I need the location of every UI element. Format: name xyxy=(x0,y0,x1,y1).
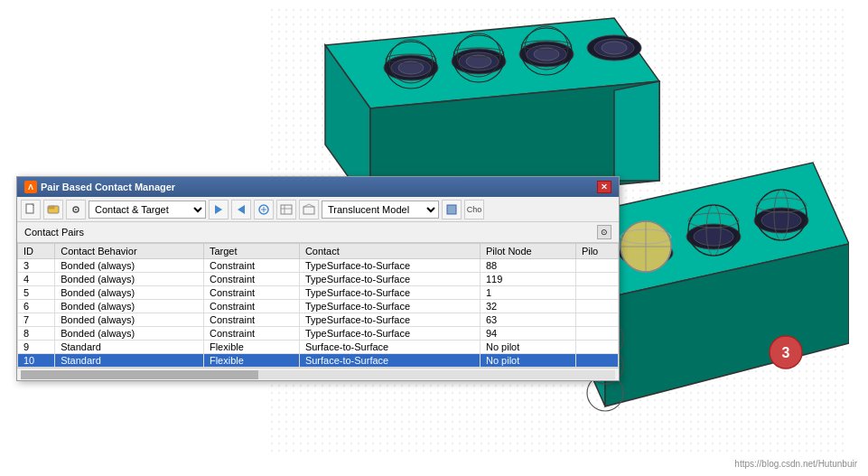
col-header-behavior[interactable]: Contact Behavior xyxy=(55,244,204,259)
svg-point-35 xyxy=(761,211,801,229)
table-cell-4: 32 xyxy=(480,300,575,313)
model-display-dropdown[interactable]: Translucent Model Wireframe Model Solid … xyxy=(322,201,439,219)
col-header-contact[interactable]: Contact xyxy=(299,244,480,259)
toolbar-btn-6[interactable] xyxy=(254,200,274,219)
table-cell-4: 94 xyxy=(480,327,575,341)
table-cell-3: TypeSurface-to-Surface xyxy=(299,327,480,341)
table-cell-4: 119 xyxy=(480,273,575,286)
table-cell-4: No pilot xyxy=(480,354,575,368)
svg-marker-59 xyxy=(238,205,245,214)
toolbar-btn-4[interactable] xyxy=(209,200,229,219)
table-cell-1: Standard xyxy=(55,354,204,368)
table-cell-5 xyxy=(575,313,618,327)
svg-marker-58 xyxy=(215,205,222,214)
svg-marker-5 xyxy=(614,81,659,181)
table-row[interactable]: 8Bonded (always)ConstraintTypeSurface-to… xyxy=(18,327,619,341)
col-header-target[interactable]: Target xyxy=(203,244,299,259)
scrollbar-track[interactable] xyxy=(21,370,615,379)
toolbar: Contact & Target Contact Only Target Onl… xyxy=(17,197,619,222)
table-cell-4: 88 xyxy=(480,259,575,273)
table-row[interactable]: 10StandardFlexibleSurface-to-SurfaceNo p… xyxy=(18,354,619,368)
table-cell-4: No pilot xyxy=(480,341,575,354)
contact-pairs-table-container[interactable]: ID Contact Behavior Target Contact Pilot… xyxy=(17,243,619,368)
svg-rect-69 xyxy=(447,205,456,214)
col-header-pilot[interactable]: Pilot Node xyxy=(480,244,575,259)
table-cell-2: Constraint xyxy=(203,286,299,300)
table-cell-1: Bonded (always) xyxy=(55,313,204,327)
toolbar-btn-3[interactable] xyxy=(66,200,86,219)
dialog-titlebar: Λ Pair Based Contact Manager ✕ xyxy=(17,177,619,197)
svg-point-33 xyxy=(694,228,733,246)
col-header-id[interactable]: ID xyxy=(18,244,55,259)
toolbar-btn-1[interactable] xyxy=(21,200,41,219)
table-cell-3: Surface-to-Surface xyxy=(299,341,480,354)
toolbar-btn-2[interactable] xyxy=(43,200,63,219)
table-row[interactable]: 7Bonded (always)ConstraintTypeSurface-to… xyxy=(18,313,619,327)
table-cell-0: 8 xyxy=(18,327,55,341)
horizontal-scrollbar[interactable] xyxy=(17,368,619,380)
table-cell-2: Flexible xyxy=(203,354,299,368)
table-cell-2: Constraint xyxy=(203,259,299,273)
table-cell-5 xyxy=(575,273,618,286)
table-cell-2: Constraint xyxy=(203,313,299,327)
toolbar-btn-9[interactable] xyxy=(442,200,462,219)
scrollbar-thumb[interactable] xyxy=(21,370,258,379)
dialog-window: Λ Pair Based Contact Manager ✕ Contact &… xyxy=(16,176,620,381)
table-cell-2: Constraint xyxy=(203,300,299,313)
table-row[interactable]: 5Bonded (always)ConstraintTypeSurface-to… xyxy=(18,286,619,300)
dialog-title-text: Pair Based Contact Manager xyxy=(41,182,175,192)
table-cell-1: Bonded (always) xyxy=(55,273,204,286)
table-cell-5 xyxy=(575,354,618,368)
table-cell-0: 3 xyxy=(18,259,55,273)
toolbar-btn-7[interactable] xyxy=(276,200,296,219)
watermark: https://blog.csdn.net/Hutunbuir xyxy=(734,459,857,469)
contact-pairs-table: ID Contact Behavior Target Contact Pilot… xyxy=(17,243,619,368)
toolbar-btn-10[interactable]: Cho xyxy=(464,200,484,219)
table-row[interactable]: 6Bonded (always)ConstraintTypeSurface-to… xyxy=(18,300,619,313)
collapse-button[interactable]: ⊙ xyxy=(597,225,611,239)
table-cell-3: TypeSurface-to-Surface xyxy=(299,286,480,300)
table-cell-5 xyxy=(575,300,618,313)
table-cell-0: 6 xyxy=(18,300,55,313)
table-cell-3: TypeSurface-to-Surface xyxy=(299,259,480,273)
table-cell-5 xyxy=(575,286,618,300)
table-cell-3: TypeSurface-to-Surface xyxy=(299,313,480,327)
toolbar-btn-5[interactable] xyxy=(231,200,251,219)
table-cell-0: 10 xyxy=(18,354,55,368)
table-cell-1: Bonded (always) xyxy=(55,259,204,273)
table-row[interactable]: 3Bonded (always)ConstraintTypeSurface-to… xyxy=(18,259,619,273)
svg-text:3: 3 xyxy=(782,345,790,360)
svg-rect-63 xyxy=(281,205,292,214)
table-cell-5 xyxy=(575,259,618,273)
table-cell-1: Bonded (always) xyxy=(55,327,204,341)
toolbar-btn-8[interactable] xyxy=(299,200,319,219)
table-cell-2: Constraint xyxy=(203,327,299,341)
svg-rect-52 xyxy=(26,204,33,213)
contact-target-dropdown[interactable]: Contact & Target Contact Only Target Onl… xyxy=(89,201,206,219)
contact-pairs-header: Contact Pairs ⊙ xyxy=(17,222,619,243)
svg-point-57 xyxy=(75,209,77,210)
svg-point-17 xyxy=(602,42,627,54)
table-cell-3: Surface-to-Surface xyxy=(299,354,480,368)
col-header-pilo2[interactable]: Pilo xyxy=(575,244,618,259)
table-row[interactable]: 4Bonded (always)ConstraintTypeSurface-to… xyxy=(18,273,619,286)
table-cell-0: 5 xyxy=(18,286,55,300)
svg-rect-66 xyxy=(303,207,314,214)
table-cell-2: Flexible xyxy=(203,341,299,354)
viewport: 3 Contact Target https://blog.csdn.net/H… xyxy=(0,0,868,476)
table-cell-1: Bonded (always) xyxy=(55,300,204,313)
close-button[interactable]: ✕ xyxy=(597,181,611,193)
table-cell-1: Bonded (always) xyxy=(55,286,204,300)
table-cell-5 xyxy=(575,341,618,354)
table-cell-3: TypeSurface-to-Surface xyxy=(299,300,480,313)
table-cell-1: Standard xyxy=(55,341,204,354)
table-cell-4: 1 xyxy=(480,286,575,300)
table-cell-5 xyxy=(575,327,618,341)
contact-pairs-label: Contact Pairs xyxy=(24,227,84,238)
title-icon: Λ xyxy=(24,181,37,193)
table-row[interactable]: 9StandardFlexibleSurface-to-SurfaceNo pi… xyxy=(18,341,619,354)
table-cell-0: 4 xyxy=(18,273,55,286)
table-cell-0: 9 xyxy=(18,341,55,354)
dialog-title: Λ Pair Based Contact Manager xyxy=(24,181,175,193)
table-cell-3: TypeSurface-to-Surface xyxy=(299,273,480,286)
